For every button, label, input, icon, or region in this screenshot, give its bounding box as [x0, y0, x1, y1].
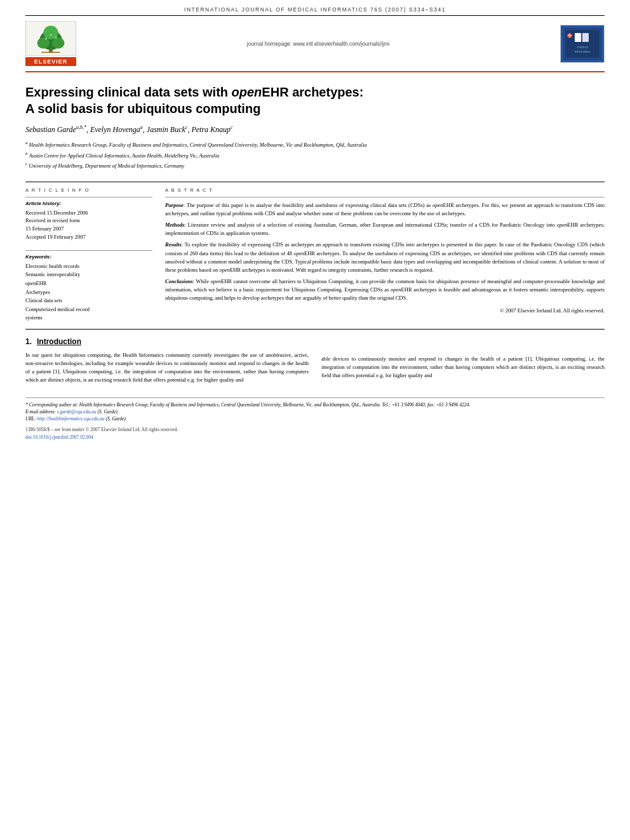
license-text: 1386-5056/$ – see front matter © 2007 El…: [25, 426, 605, 434]
intro-right: able devices to continuously monitor and…: [321, 337, 605, 385]
elsevier-tree-image: [25, 21, 76, 56]
svg-point-7: [44, 37, 47, 40]
affiliations: a Health Informatics Research Group, Fac…: [25, 140, 605, 170]
elsevier-logo: ELSEVIER: [25, 21, 76, 66]
authors: Sebastian Gardea,b,*, Evelyn Hovengaa, J…: [25, 124, 605, 135]
corresponding-affiliation: Health Informatics Research Group, Facul…: [79, 402, 471, 408]
doi-link[interactable]: doi:10.1016/j.ijmedinf.2007.02.004: [25, 434, 93, 440]
article-info-title: A R T I C L E I N F O: [25, 187, 152, 193]
corresponding-author: * Corresponding author at: Health Inform…: [25, 401, 605, 408]
section-number: 1.: [25, 337, 32, 346]
history-label: Article history:: [25, 201, 152, 206]
keyword-6: Computerized medical record: [25, 305, 152, 314]
page: INTERNATIONAL JOURNAL OF MEDICAL INFORMA…: [0, 0, 630, 840]
svg-rect-12: [575, 33, 581, 42]
history-item-1: Received 15 December 2006: [25, 209, 152, 217]
history-item-4: Accepted 19 February 2007: [25, 233, 152, 241]
article-info-column: A R T I C L E I N F O Article history: R…: [25, 187, 152, 323]
abstract-divider: [165, 197, 605, 197]
footer-url-line: URL: http://healthinformatics.cqu.edu.au…: [25, 415, 605, 422]
keywords-section: Keywords: Electronic health records Sema…: [25, 250, 152, 323]
article-title: Expressing clinical data sets with openE…: [25, 84, 605, 117]
keyword-4: Archetypes: [25, 288, 152, 297]
keywords-divider: [25, 250, 152, 251]
affil-c: c University of Heidelberg, Department o…: [25, 161, 605, 170]
abstract-text: Purpose: The purpose of this paper is to…: [165, 201, 605, 315]
history-item-3: 15 February 2007: [25, 225, 152, 233]
section-title: Introduction: [37, 337, 81, 346]
journal-homepage: journal homepage: www.intl.elsevierhealt…: [76, 41, 560, 47]
affil-b: b Austin Centre for Applied Clinical Inf…: [25, 150, 605, 160]
svg-point-9: [50, 34, 52, 36]
section-heading: 1. Introduction: [25, 337, 309, 346]
keyword-2: Semantic interoperability: [25, 270, 152, 279]
svg-text:medical: medical: [577, 45, 587, 49]
abstract-purpose: Purpose: The purpose of this paper is to…: [165, 201, 605, 218]
keyword-3: openEHR: [25, 279, 152, 288]
title-body-divider: [25, 182, 605, 182]
keywords-label: Keywords:: [25, 254, 152, 260]
svg-point-8: [55, 36, 57, 39]
page-footer: * Corresponding author at: Health Inform…: [25, 397, 605, 442]
abstract-conclusions: Conclusions: While openEHR cannot overco…: [165, 277, 605, 303]
svg-rect-13: [582, 33, 589, 42]
keyword-1: Electronic health records: [25, 262, 152, 271]
corresponding-label: * Corresponding author at:: [25, 402, 78, 408]
affil-a: a Health Informatics Research Group, Fac…: [25, 140, 605, 149]
intro-text-right: able devices to continuously monitor and…: [321, 355, 605, 380]
header-logos: ELSEVIER journal homepage: www.intl.else…: [0, 16, 630, 71]
author-url[interactable]: http://healthinformatics.cqu.edu.au: [37, 416, 105, 422]
article-body: A R T I C L E I N F O Article history: R…: [0, 187, 630, 323]
elsevier-brand-text: ELSEVIER: [25, 57, 76, 66]
homepage-url: www.intl.elsevierhealth.com/journals/ijm…: [293, 41, 390, 47]
homepage-label: journal homepage:: [247, 41, 292, 47]
introduction-section: 1. Introduction In our quest for ubiquit…: [0, 330, 630, 385]
keyword-7: systems: [25, 314, 152, 323]
footer-email-line: E-mail address: s.garde@cqu.edu.au (S. G…: [25, 408, 605, 415]
abstract-methods: Methods: Literature review and analysis …: [165, 221, 605, 237]
mi-logo: medical informatics: [560, 25, 605, 63]
article-info-divider: [25, 197, 152, 197]
doi-text: doi:10.1016/j.ijmedinf.2007.02.004: [25, 434, 605, 441]
journal-header-text: INTERNATIONAL JOURNAL OF MEDICAL INFORMA…: [184, 6, 446, 13]
journal-header: INTERNATIONAL JOURNAL OF MEDICAL INFORMA…: [0, 0, 630, 15]
svg-point-5: [52, 37, 65, 49]
abstract-title: A B S T R A C T: [165, 187, 605, 193]
footer-license: 1386-5056/$ – see front matter © 2007 El…: [25, 426, 605, 441]
copyright-text: © 2007 Elsevier Ireland Ltd. All rights …: [165, 307, 605, 315]
svg-point-4: [37, 37, 50, 49]
svg-text:informatics: informatics: [575, 50, 591, 53]
abstract-column: A B S T R A C T Purpose: The purpose of …: [165, 187, 605, 323]
intro-left: 1. Introduction In our quest for ubiquit…: [25, 337, 309, 385]
intro-text-left: In our quest for ubiquitous computing, t…: [25, 351, 309, 385]
abstract-results: Results: To explore the feasibility of e…: [165, 241, 605, 274]
title-section: Expressing clinical data sets with openE…: [0, 72, 630, 177]
author-email[interactable]: s.garde@cqu.edu.au: [57, 409, 97, 415]
keyword-5: Clinical data sets: [25, 297, 152, 305]
history-item-2: Received in revised form: [25, 217, 152, 225]
